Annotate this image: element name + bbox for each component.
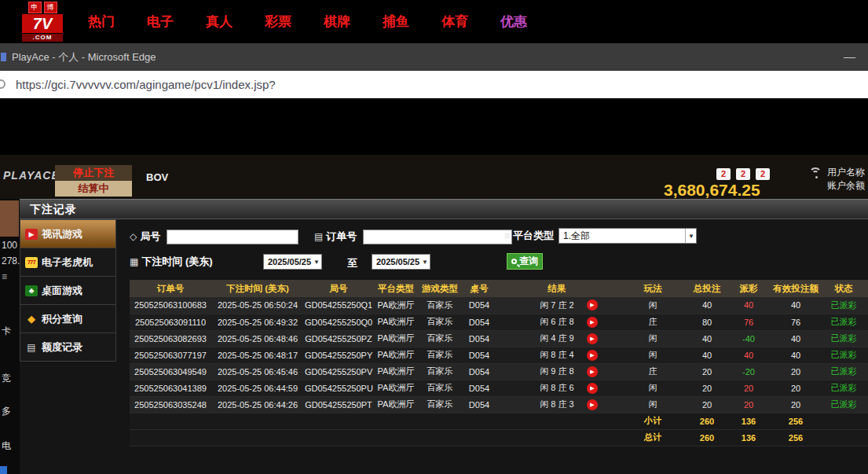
round-filter-group: ◇ 局号 bbox=[130, 229, 298, 244]
logo-badge-bo: 博 bbox=[44, 2, 57, 13]
logo-main-text: 7V bbox=[22, 14, 63, 33]
platform-filter-group: ≡ 平台类型 1.全部 ▼ bbox=[504, 228, 697, 244]
refresh-icon[interactable] bbox=[0, 79, 5, 89]
cell-platform: PA欧洲厅 bbox=[373, 347, 419, 363]
total-bet: 260 bbox=[689, 429, 725, 446]
cell-order: 250525063091110 bbox=[130, 314, 211, 330]
sidebar-item[interactable]: ◆ 积分查询 bbox=[20, 305, 116, 333]
window-title-bar: PlayAce - 个人 - Microsoft Edge — bbox=[0, 43, 868, 71]
calendar-icon: ▦ bbox=[130, 256, 138, 267]
sidebar-item[interactable]: 777 电子老虎机 bbox=[20, 248, 116, 277]
subtotal-bet: 260 bbox=[689, 413, 725, 429]
total-row: 总计 260 136 256 bbox=[130, 429, 868, 446]
cell-play: 闲 bbox=[617, 347, 689, 363]
col-status: 状态 bbox=[819, 280, 868, 297]
cell-payout: 40 bbox=[725, 347, 772, 363]
cell-round: GD054255250PU bbox=[304, 380, 373, 396]
bet-time-label-group: ▦ 下注时间 (美东) bbox=[130, 254, 213, 270]
round-number-icon: ◇ bbox=[130, 231, 137, 242]
table-row: 250525063041389 2025-05-25 06:44:59 GD05… bbox=[130, 380, 868, 396]
date-to-select[interactable]: 2025/05/25 ▼ bbox=[372, 254, 430, 270]
background-left-strip: 100 278. ≡ 卡 竞 多 电 bbox=[0, 199, 20, 474]
table-summary: 小计 260 136 256 总计 260 136 256 bbox=[130, 413, 868, 446]
platform-type-icon: ≡ bbox=[504, 230, 510, 241]
table-status-sign: 停止下注 结算中 bbox=[55, 165, 132, 197]
cell-order: 250525063049549 bbox=[130, 363, 211, 380]
nav-item[interactable]: 热门 bbox=[88, 13, 115, 31]
top-nav-items: 热门 电子 真人 彩票 棋牌 捕鱼 体育 优惠 bbox=[88, 13, 527, 31]
cell-game: 百家乐 bbox=[419, 396, 461, 413]
cell-status: 已派彩 bbox=[819, 396, 868, 413]
cell-round: GD054255250Q1 bbox=[304, 297, 373, 314]
replay-icon[interactable]: ▶ bbox=[587, 383, 598, 394]
cell-payout: 40 bbox=[725, 297, 772, 314]
cell-bet: 20 bbox=[689, 396, 725, 413]
bg-fragment: 100 bbox=[2, 240, 17, 251]
platform-label: 平台类型 bbox=[513, 229, 554, 243]
playace-logo: PLAYACE bbox=[3, 169, 60, 182]
cell-round: GD054255250PZ bbox=[304, 330, 373, 347]
bg-fragment: 竞 bbox=[2, 372, 11, 385]
nav-item[interactable]: 捕鱼 bbox=[383, 13, 409, 31]
cell-time: 2025-05-25 06:44:26 bbox=[211, 396, 304, 413]
settling-label: 结算中 bbox=[55, 181, 132, 197]
card-value: 2 bbox=[716, 168, 731, 180]
cell-bet: 20 bbox=[689, 380, 725, 396]
cell-valid: 20 bbox=[772, 396, 819, 413]
cell-table-no: D054 bbox=[461, 363, 497, 380]
result-text: 闲 6 庄 8 bbox=[540, 317, 573, 326]
cell-platform: PA欧洲厅 bbox=[373, 363, 419, 380]
nav-item[interactable]: 体育 bbox=[441, 13, 468, 31]
cell-platform: PA欧洲厅 bbox=[373, 380, 419, 396]
nav-item[interactable]: 棋牌 bbox=[324, 13, 350, 31]
replay-icon[interactable]: ▶ bbox=[587, 399, 598, 410]
nav-item[interactable]: 真人 bbox=[206, 13, 233, 31]
minimize-button[interactable]: — bbox=[844, 43, 855, 69]
menu-label: 额度记录 bbox=[42, 340, 82, 355]
sidebar-item[interactable]: ♣ 桌面游戏 bbox=[20, 277, 116, 305]
sidebar-item[interactable]: ▶ 视讯游戏 bbox=[20, 220, 116, 248]
cell-payout: -40 bbox=[725, 330, 772, 347]
cell-game: 百家乐 bbox=[419, 314, 461, 330]
background-corner-fragment bbox=[0, 466, 7, 474]
platform-select[interactable]: 1.全部 ▼ bbox=[559, 228, 697, 244]
cell-table-no: D054 bbox=[461, 297, 497, 314]
nav-item[interactable]: 优惠 bbox=[500, 13, 527, 31]
nav-item[interactable]: 彩票 bbox=[265, 13, 291, 31]
total-label: 总计 bbox=[617, 429, 689, 446]
total-valid: 256 bbox=[772, 429, 819, 446]
url-text[interactable]: https://gci.7vvvvvv.com/agingame/pcv1/in… bbox=[16, 71, 276, 98]
sidebar-item[interactable]: ▤ 额度记录 bbox=[20, 333, 116, 362]
table-name-label: BOV bbox=[146, 171, 168, 183]
replay-icon[interactable]: ▶ bbox=[587, 366, 598, 377]
url-bar[interactable]: https://gci.7vvvvvv.com/agingame/pcv1/in… bbox=[0, 71, 868, 98]
search-button[interactable]: 查询 bbox=[507, 253, 543, 270]
replay-icon[interactable]: ▶ bbox=[587, 333, 598, 344]
col-result: 结果 bbox=[497, 280, 617, 297]
date-from-select[interactable]: 2025/05/25 ▼ bbox=[263, 254, 322, 270]
round-input[interactable] bbox=[167, 230, 298, 244]
table-row: 250525063082693 2025-05-25 06:48:46 GD05… bbox=[130, 330, 868, 347]
search-icon bbox=[511, 259, 517, 264]
cell-result: 闲 8 庄 4 ▶ bbox=[497, 347, 617, 363]
search-button-label: 查询 bbox=[519, 255, 538, 268]
menu-icon: 777 bbox=[25, 257, 38, 268]
cell-valid: 20 bbox=[772, 380, 819, 396]
order-input[interactable] bbox=[363, 230, 512, 244]
replay-icon[interactable]: ▶ bbox=[587, 350, 598, 361]
nav-item[interactable]: 电子 bbox=[147, 13, 174, 31]
site-logo[interactable]: 申 博 7V .COM bbox=[22, 2, 63, 42]
platform-select-value: 1.全部 bbox=[563, 230, 590, 243]
table-row: 250525063100683 2025-05-25 06:50:24 GD05… bbox=[130, 297, 868, 314]
replay-icon[interactable]: ▶ bbox=[587, 299, 598, 310]
menu-icon: ▤ bbox=[25, 342, 38, 353]
cell-platform: PA欧洲厅 bbox=[373, 330, 419, 347]
subtotal-spacer bbox=[130, 413, 617, 429]
cell-order: 250525063077197 bbox=[130, 347, 211, 363]
cell-result: 闲 8 庄 6 ▶ bbox=[497, 380, 617, 396]
result-text: 闲 8 庄 3 bbox=[540, 399, 573, 409]
cell-result: 闲 7 庄 2 ▶ bbox=[497, 297, 617, 314]
cell-valid: 40 bbox=[772, 330, 819, 347]
cell-table-no: D054 bbox=[461, 380, 497, 396]
replay-icon[interactable]: ▶ bbox=[587, 317, 598, 328]
